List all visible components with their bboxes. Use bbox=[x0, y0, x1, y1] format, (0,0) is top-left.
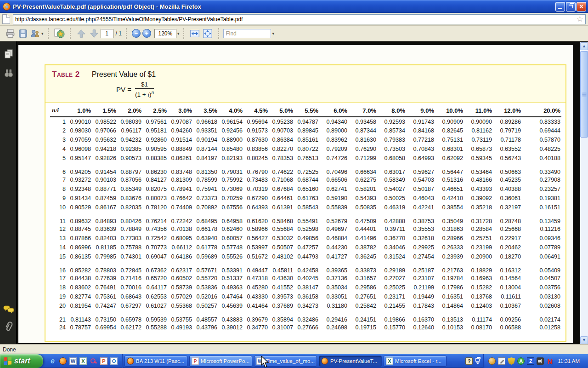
previous-page-button[interactable] bbox=[75, 27, 88, 40]
pv-factor-cell: 0.67362 bbox=[142, 261, 168, 274]
language-bar-restore[interactable] bbox=[475, 358, 480, 364]
fit-page-button[interactable] bbox=[201, 27, 214, 40]
pv-factor-cell: 0.78803 bbox=[92, 261, 117, 274]
pv-factor-cell: 0.92860 bbox=[142, 135, 168, 144]
taskbar-button[interactable]: BA 213 W11 (Pasc... bbox=[124, 356, 187, 367]
fit-width-button[interactable] bbox=[188, 27, 201, 40]
attachments-panel-button[interactable] bbox=[3, 320, 15, 332]
next-page-button[interactable] bbox=[88, 27, 101, 40]
save-button[interactable] bbox=[17, 27, 29, 40]
column-header-rate: 8.0% bbox=[377, 106, 406, 117]
pv-factor-cell: 0.55368 bbox=[168, 301, 193, 310]
arrow-down-icon bbox=[89, 29, 99, 39]
tool-icon[interactable] bbox=[498, 357, 505, 365]
zoom-out-button[interactable]: − bbox=[132, 29, 141, 38]
column-header-rate: 12.0% bbox=[493, 106, 522, 117]
norton-icon[interactable]: N bbox=[546, 357, 554, 365]
pv-factor-cell: 0.54027 bbox=[377, 184, 406, 194]
pv-factor-cell: 0.78757 bbox=[67, 323, 92, 332]
search-panel-button[interactable] bbox=[3, 67, 15, 79]
firefox-icon[interactable] bbox=[59, 357, 67, 365]
pv-factor-cell: 0.83639 bbox=[92, 224, 117, 234]
taskbar-button[interactable]: WTime_value_of_mo... bbox=[254, 356, 317, 367]
bookmark-star-icon[interactable]: ☆ bbox=[577, 15, 583, 23]
pv-factor-cell: 0.47509 bbox=[348, 212, 377, 224]
scrollbar-thumb[interactable] bbox=[580, 51, 588, 138]
pv-factor-cell: 0.51316 bbox=[435, 175, 464, 184]
pv-factor-cell: 0.24698 bbox=[319, 323, 348, 332]
taskbar-button[interactable]: PV-PresentValueT... bbox=[319, 356, 382, 367]
page-number-input[interactable] bbox=[101, 29, 113, 38]
pv-factor-cell: 0.13513 bbox=[435, 310, 464, 323]
url-input[interactable]: http://classes.lanecc.edu/file.php/24555… bbox=[13, 14, 586, 24]
antivirus-icon[interactable]: A bbox=[517, 357, 525, 365]
pv-factor-cell: 0.23199 bbox=[464, 243, 493, 252]
share-document-button[interactable] bbox=[53, 27, 66, 40]
pv-factor-cell: 0.88900 bbox=[218, 135, 243, 144]
z-app-icon[interactable]: Z bbox=[527, 357, 534, 365]
pv-factor-cell: 0.45280 bbox=[243, 283, 269, 292]
pv-factor-cell: 0.85349 bbox=[117, 184, 142, 194]
pv-factor-cell: 0.86261 bbox=[168, 154, 193, 163]
security-shield-icon[interactable] bbox=[508, 357, 515, 365]
pv-factor-cell: 0.28584 bbox=[464, 224, 493, 234]
pv-factor-cell: 0.91454 bbox=[92, 163, 117, 175]
start-button[interactable]: start bbox=[0, 354, 43, 368]
print-button[interactable] bbox=[4, 27, 17, 40]
help-button[interactable]: ? bbox=[465, 357, 473, 365]
pv-factor-cell: 0.76214 bbox=[142, 212, 168, 224]
powerpoint-icon[interactable]: P bbox=[100, 357, 107, 365]
find-input[interactable] bbox=[223, 29, 271, 38]
chevron-down-icon[interactable]: ▾ bbox=[272, 31, 274, 36]
pv-factor-cell: 0.56447 bbox=[435, 163, 464, 175]
word-icon: W bbox=[256, 357, 263, 364]
pv-factor-cell: 0.29416 bbox=[319, 310, 348, 323]
pv-factor-cell: 0.53464 bbox=[464, 163, 493, 175]
pages-panel-button[interactable] bbox=[3, 48, 15, 60]
taskbar-button[interactable]: PMicrosoft PowerPo... bbox=[189, 356, 252, 367]
pv-factor-cell: 0.35218 bbox=[464, 203, 493, 212]
pv-factor-cell: 0.82403 bbox=[92, 234, 117, 243]
pv-factor-cell: 0.11216 bbox=[522, 224, 561, 234]
column-header-rate: 9.0% bbox=[406, 106, 435, 117]
zoom-in-button[interactable]: + bbox=[142, 29, 151, 38]
pv-factor-cell: 0.67290 bbox=[243, 194, 269, 203]
row-group: 160.852820.788030.728450.673620.623170.5… bbox=[50, 261, 561, 310]
volume-icon[interactable] bbox=[537, 357, 544, 365]
excel-icon[interactable]: X bbox=[79, 357, 87, 365]
restore-button[interactable] bbox=[566, 2, 576, 12]
column-header-ni: n/i bbox=[50, 106, 67, 117]
pv-factor-cell: 0.48166 bbox=[464, 175, 493, 184]
close-button[interactable]: × bbox=[577, 2, 586, 12]
pv-factor-cell: 0.91514 bbox=[168, 135, 193, 144]
comments-panel-button[interactable] bbox=[3, 304, 15, 316]
period-cell: 18 bbox=[50, 283, 67, 292]
pv-factor-cell: 0.54703 bbox=[406, 175, 435, 184]
vertical-scrollbar[interactable]: ▲ ▼ bbox=[580, 42, 588, 344]
pv-factor-cell: 0.64186 bbox=[168, 252, 193, 261]
zoom-level-select[interactable]: 120% bbox=[154, 29, 176, 38]
pv-factor-cell: 0.41727 bbox=[319, 252, 348, 261]
pv-factor-cell: 0.90090 bbox=[464, 117, 493, 126]
minimize-button[interactable] bbox=[555, 2, 565, 12]
period-cell: 17 bbox=[50, 274, 67, 283]
word-icon[interactable]: W bbox=[69, 357, 77, 365]
fit-width-icon bbox=[189, 29, 200, 39]
access-icon[interactable] bbox=[90, 357, 97, 365]
pv-factor-cell: 0.75788 bbox=[117, 243, 142, 252]
scroll-up-button[interactable]: ▲ bbox=[580, 42, 588, 50]
pv-factor-cell: 0.44793 bbox=[294, 252, 319, 261]
collaborate-button[interactable]: ▾ bbox=[29, 27, 44, 40]
pv-factor-cell: 0.47318 bbox=[243, 274, 269, 283]
ie-icon[interactable]: e bbox=[49, 357, 57, 365]
chevron-down-icon[interactable]: ▾ bbox=[177, 31, 180, 36]
scroll-down-button[interactable]: ▼ bbox=[580, 336, 588, 344]
table-row: 10.990100.985220.980390.975610.970870.96… bbox=[50, 117, 561, 126]
taskbar-button[interactable]: XMicrosoft Excel - r... bbox=[384, 356, 447, 367]
quick-launch-bar: eWXPO bbox=[43, 354, 123, 368]
pv-factor-cell: 0.36061 bbox=[493, 194, 522, 203]
outlook-icon[interactable]: O bbox=[110, 357, 118, 365]
pv-factor-cell: 0.13768 bbox=[464, 292, 493, 301]
messenger-icon[interactable] bbox=[488, 357, 496, 365]
pv-factor-cell: 0.77639 bbox=[92, 274, 117, 283]
